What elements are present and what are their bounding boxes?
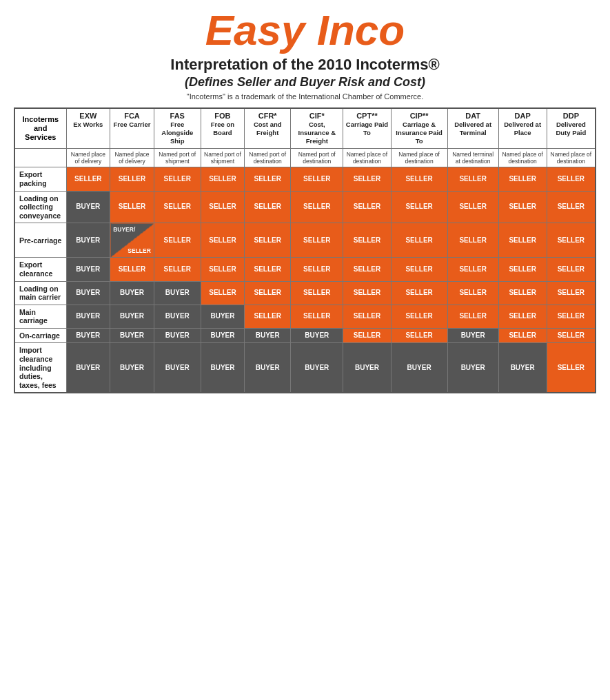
subtitle-italic: (Defines Seller and Buyer Risk and Cost) xyxy=(14,75,596,90)
cell-7-10: SELLER xyxy=(547,343,596,393)
cell-6-9: SELLER xyxy=(498,328,547,343)
cell-7-0: BUYER xyxy=(66,343,110,393)
cell-3-10: SELLER xyxy=(547,258,596,281)
cell-1-7: SELLER xyxy=(391,191,447,223)
cell-3-6: SELLER xyxy=(343,258,391,281)
cell-7-7: BUYER xyxy=(391,343,447,393)
page-title: Easy Inco xyxy=(14,7,596,54)
cell-6-3: BUYER xyxy=(201,328,245,343)
col-named-6: Named place of destination xyxy=(343,148,391,167)
cell-7-1: BUYER xyxy=(110,343,154,393)
col-header-cip*: CIP**Carriage & Insurance Paid To xyxy=(391,108,447,149)
cell-4-2: BUYER xyxy=(154,281,201,305)
cell-7-3: BUYER xyxy=(201,343,245,393)
cell-2-9: SELLER xyxy=(498,223,547,258)
col-header-cif: CIF*Cost, Insurance & Freight xyxy=(291,108,343,149)
row-label-1: Loading on collecting conveyance xyxy=(14,191,66,223)
cell-2-0: BUYER xyxy=(66,223,110,258)
cell-3-2: SELLER xyxy=(154,258,201,281)
cell-3-3: SELLER xyxy=(201,258,245,281)
cell-5-4: SELLER xyxy=(245,305,291,328)
cell-2-3: SELLER xyxy=(201,223,245,258)
cell-1-6: SELLER xyxy=(343,191,391,223)
cell-1-4: SELLER xyxy=(245,191,291,223)
col-header-exw: EXWEx Works xyxy=(66,108,110,149)
cell-5-5: SELLER xyxy=(291,305,343,328)
trademark-note: "Incoterms" is a trademark of the Intern… xyxy=(14,92,596,101)
cell-4-3: SELLER xyxy=(201,281,245,305)
row-label-0: Export packing xyxy=(14,167,66,191)
row-label-5: Main carriage xyxy=(14,305,66,328)
cell-5-0: BUYER xyxy=(66,305,110,328)
col-named-5: Named port of destination xyxy=(291,148,343,167)
table-row: Import clearance including duties, taxes… xyxy=(14,343,596,393)
cell-2-8: SELLER xyxy=(447,223,498,258)
col-named-3: Named port of shipment xyxy=(201,148,245,167)
cell-7-9: BUYER xyxy=(498,343,547,393)
incoterms-table: IncotermsandServices EXWEx WorksFCAFree … xyxy=(14,107,596,394)
cell-4-5: SELLER xyxy=(291,281,343,305)
incoterms-services-header: IncotermsandServices xyxy=(14,108,66,149)
cell-0-3: SELLER xyxy=(201,167,245,191)
cell-1-2: SELLER xyxy=(154,191,201,223)
cell-3-4: SELLER xyxy=(245,258,291,281)
cell-3-8: SELLER xyxy=(447,258,498,281)
cell-7-6: BUYER xyxy=(343,343,391,393)
col-named-1: Named place of delivery xyxy=(110,148,154,167)
table-row: Loading on main carrierBUYERBUYERBUYERSE… xyxy=(14,281,596,305)
cell-0-9: SELLER xyxy=(498,167,547,191)
cell-1-5: SELLER xyxy=(291,191,343,223)
cell-6-5: BUYER xyxy=(291,328,343,343)
col-named-0: Named place of delivery xyxy=(66,148,110,167)
cell-1-9: SELLER xyxy=(498,191,547,223)
col-header-ddp: DDPDelivered Duty Paid xyxy=(547,108,596,149)
cell-5-1: BUYER xyxy=(110,305,154,328)
cell-2-2: SELLER xyxy=(154,223,201,258)
cell-6-4: BUYER xyxy=(245,328,291,343)
col-named-2: Named port of shipment xyxy=(154,148,201,167)
cell-0-6: SELLER xyxy=(343,167,391,191)
cell-6-7: SELLER xyxy=(391,328,447,343)
cell-5-6: SELLER xyxy=(343,305,391,328)
cell-2-10: SELLER xyxy=(547,223,596,258)
subtitle: Interpretation of the 2010 Incoterms® xyxy=(14,55,596,75)
cell-0-10: SELLER xyxy=(547,167,596,191)
table-row: Export packingSELLERSELLERSELLERSELLERSE… xyxy=(14,167,596,191)
cell-3-9: SELLER xyxy=(498,258,547,281)
cell-6-0: BUYER xyxy=(66,328,110,343)
cell-2-7: SELLER xyxy=(391,223,447,258)
cell-1-8: SELLER xyxy=(447,191,498,223)
row-label-7: Import clearance including duties, taxes… xyxy=(14,343,66,393)
col-header-cfr: CFR*Cost and Freight xyxy=(245,108,291,149)
cell-6-2: BUYER xyxy=(154,328,201,343)
cell-4-4: SELLER xyxy=(245,281,291,305)
col-named-10: Named place of destination xyxy=(547,148,596,167)
cell-7-8: BUYER xyxy=(447,343,498,393)
cell-6-8: BUYER xyxy=(447,328,498,343)
cell-4-0: BUYER xyxy=(66,281,110,305)
col-named-4: Named port of destination xyxy=(245,148,291,167)
col-header-fob: FOBFree on Board xyxy=(201,108,245,149)
row-label-6: On-carriage xyxy=(14,328,66,343)
col-header-dat: DATDelivered at Terminal xyxy=(447,108,498,149)
col-header-dap: DAPDelivered at Place xyxy=(498,108,547,149)
cell-2-1: BUYER/SELLER xyxy=(110,223,154,258)
cell-5-10: SELLER xyxy=(547,305,596,328)
cell-3-5: SELLER xyxy=(291,258,343,281)
cell-2-4: SELLER xyxy=(245,223,291,258)
cell-4-9: SELLER xyxy=(498,281,547,305)
cell-2-5: SELLER xyxy=(291,223,343,258)
cell-1-10: SELLER xyxy=(547,191,596,223)
cell-5-2: BUYER xyxy=(154,305,201,328)
cell-0-8: SELLER xyxy=(447,167,498,191)
cell-5-8: SELLER xyxy=(447,305,498,328)
row-label-2: Pre-carriage xyxy=(14,223,66,258)
empty-named-cell xyxy=(14,148,66,167)
cell-0-4: SELLER xyxy=(245,167,291,191)
cell-0-5: SELLER xyxy=(291,167,343,191)
col-named-8: Named terminal at destination xyxy=(447,148,498,167)
table-row: Loading on collecting conveyanceBUYERSEL… xyxy=(14,191,596,223)
col-header-cpt*: CPT**Carriage Paid To xyxy=(343,108,391,149)
table-row: Export clearanceBUYERSELLERSELLERSELLERS… xyxy=(14,258,596,281)
cell-1-0: BUYER xyxy=(66,191,110,223)
